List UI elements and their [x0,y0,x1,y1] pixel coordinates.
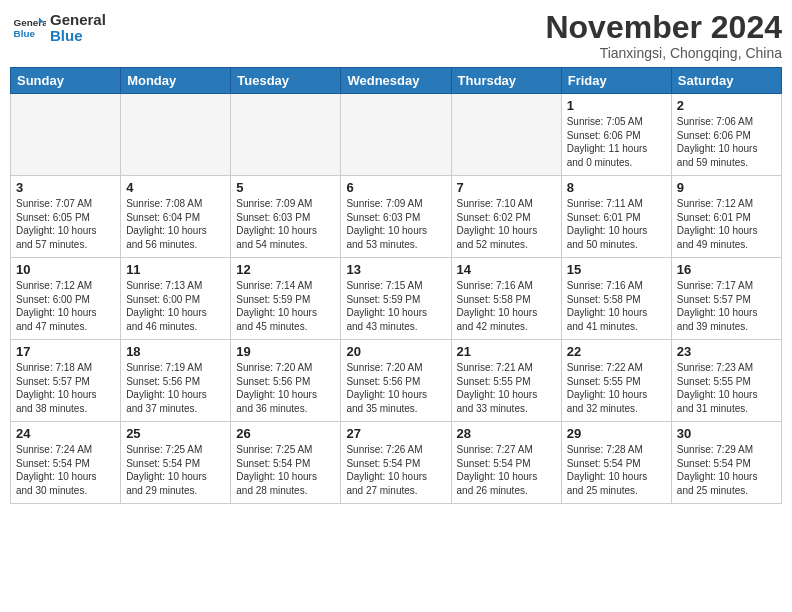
day-cell-23: 23Sunrise: 7:23 AM Sunset: 5:55 PM Dayli… [671,340,781,422]
day-number: 27 [346,426,445,441]
day-number: 29 [567,426,666,441]
day-cell-12: 12Sunrise: 7:14 AM Sunset: 5:59 PM Dayli… [231,258,341,340]
day-cell-2: 2Sunrise: 7:06 AM Sunset: 6:06 PM Daylig… [671,94,781,176]
day-number: 19 [236,344,335,359]
day-number: 1 [567,98,666,113]
day-info: Sunrise: 7:15 AM Sunset: 5:59 PM Dayligh… [346,279,445,333]
day-number: 10 [16,262,115,277]
day-info: Sunrise: 7:17 AM Sunset: 5:57 PM Dayligh… [677,279,776,333]
day-info: Sunrise: 7:14 AM Sunset: 5:59 PM Dayligh… [236,279,335,333]
day-number: 30 [677,426,776,441]
day-number: 25 [126,426,225,441]
logo-general-text: General [50,12,106,29]
day-cell-5: 5Sunrise: 7:09 AM Sunset: 6:03 PM Daylig… [231,176,341,258]
empty-cell [451,94,561,176]
day-info: Sunrise: 7:21 AM Sunset: 5:55 PM Dayligh… [457,361,556,415]
day-info: Sunrise: 7:22 AM Sunset: 5:55 PM Dayligh… [567,361,666,415]
day-cell-19: 19Sunrise: 7:20 AM Sunset: 5:56 PM Dayli… [231,340,341,422]
day-number: 13 [346,262,445,277]
page-header: General Blue General Blue November 2024 … [10,10,782,61]
day-info: Sunrise: 7:24 AM Sunset: 5:54 PM Dayligh… [16,443,115,497]
week-row-2: 3Sunrise: 7:07 AM Sunset: 6:05 PM Daylig… [11,176,782,258]
day-cell-20: 20Sunrise: 7:20 AM Sunset: 5:56 PM Dayli… [341,340,451,422]
day-number: 18 [126,344,225,359]
day-info: Sunrise: 7:25 AM Sunset: 5:54 PM Dayligh… [236,443,335,497]
day-number: 14 [457,262,556,277]
weekday-header-tuesday: Tuesday [231,68,341,94]
day-cell-9: 9Sunrise: 7:12 AM Sunset: 6:01 PM Daylig… [671,176,781,258]
week-row-5: 24Sunrise: 7:24 AM Sunset: 5:54 PM Dayli… [11,422,782,504]
day-info: Sunrise: 7:13 AM Sunset: 6:00 PM Dayligh… [126,279,225,333]
day-cell-25: 25Sunrise: 7:25 AM Sunset: 5:54 PM Dayli… [121,422,231,504]
day-number: 22 [567,344,666,359]
day-cell-14: 14Sunrise: 7:16 AM Sunset: 5:58 PM Dayli… [451,258,561,340]
day-number: 17 [16,344,115,359]
week-row-4: 17Sunrise: 7:18 AM Sunset: 5:57 PM Dayli… [11,340,782,422]
day-info: Sunrise: 7:28 AM Sunset: 5:54 PM Dayligh… [567,443,666,497]
weekday-header-thursday: Thursday [451,68,561,94]
day-info: Sunrise: 7:11 AM Sunset: 6:01 PM Dayligh… [567,197,666,251]
calendar-header: SundayMondayTuesdayWednesdayThursdayFrid… [11,68,782,94]
day-number: 26 [236,426,335,441]
day-cell-13: 13Sunrise: 7:15 AM Sunset: 5:59 PM Dayli… [341,258,451,340]
day-info: Sunrise: 7:06 AM Sunset: 6:06 PM Dayligh… [677,115,776,169]
day-info: Sunrise: 7:19 AM Sunset: 5:56 PM Dayligh… [126,361,225,415]
svg-text:General: General [14,17,46,28]
day-number: 15 [567,262,666,277]
day-info: Sunrise: 7:25 AM Sunset: 5:54 PM Dayligh… [126,443,225,497]
logo-blue-text: Blue [50,28,106,45]
calendar-body: 1Sunrise: 7:05 AM Sunset: 6:06 PM Daylig… [11,94,782,504]
day-info: Sunrise: 7:09 AM Sunset: 6:03 PM Dayligh… [236,197,335,251]
day-info: Sunrise: 7:07 AM Sunset: 6:05 PM Dayligh… [16,197,115,251]
day-number: 9 [677,180,776,195]
day-cell-22: 22Sunrise: 7:22 AM Sunset: 5:55 PM Dayli… [561,340,671,422]
empty-cell [11,94,121,176]
day-info: Sunrise: 7:23 AM Sunset: 5:55 PM Dayligh… [677,361,776,415]
day-number: 7 [457,180,556,195]
day-cell-7: 7Sunrise: 7:10 AM Sunset: 6:02 PM Daylig… [451,176,561,258]
day-cell-6: 6Sunrise: 7:09 AM Sunset: 6:03 PM Daylig… [341,176,451,258]
day-cell-17: 17Sunrise: 7:18 AM Sunset: 5:57 PM Dayli… [11,340,121,422]
day-number: 3 [16,180,115,195]
weekday-header-sunday: Sunday [11,68,121,94]
weekday-header-friday: Friday [561,68,671,94]
day-number: 20 [346,344,445,359]
day-number: 28 [457,426,556,441]
day-cell-3: 3Sunrise: 7:07 AM Sunset: 6:05 PM Daylig… [11,176,121,258]
day-cell-24: 24Sunrise: 7:24 AM Sunset: 5:54 PM Dayli… [11,422,121,504]
weekday-header-wednesday: Wednesday [341,68,451,94]
day-info: Sunrise: 7:16 AM Sunset: 5:58 PM Dayligh… [457,279,556,333]
calendar-table: SundayMondayTuesdayWednesdayThursdayFrid… [10,67,782,504]
day-info: Sunrise: 7:20 AM Sunset: 5:56 PM Dayligh… [236,361,335,415]
location-subtitle: Tianxingsi, Chongqing, China [545,45,782,61]
weekday-header-row: SundayMondayTuesdayWednesdayThursdayFrid… [11,68,782,94]
day-info: Sunrise: 7:05 AM Sunset: 6:06 PM Dayligh… [567,115,666,169]
day-cell-15: 15Sunrise: 7:16 AM Sunset: 5:58 PM Dayli… [561,258,671,340]
day-number: 12 [236,262,335,277]
day-cell-4: 4Sunrise: 7:08 AM Sunset: 6:04 PM Daylig… [121,176,231,258]
day-number: 21 [457,344,556,359]
day-cell-28: 28Sunrise: 7:27 AM Sunset: 5:54 PM Dayli… [451,422,561,504]
day-number: 4 [126,180,225,195]
day-cell-1: 1Sunrise: 7:05 AM Sunset: 6:06 PM Daylig… [561,94,671,176]
day-info: Sunrise: 7:08 AM Sunset: 6:04 PM Dayligh… [126,197,225,251]
day-number: 2 [677,98,776,113]
weekday-header-monday: Monday [121,68,231,94]
day-info: Sunrise: 7:20 AM Sunset: 5:56 PM Dayligh… [346,361,445,415]
month-title: November 2024 [545,10,782,45]
day-number: 5 [236,180,335,195]
empty-cell [121,94,231,176]
day-cell-16: 16Sunrise: 7:17 AM Sunset: 5:57 PM Dayli… [671,258,781,340]
day-number: 23 [677,344,776,359]
day-cell-26: 26Sunrise: 7:25 AM Sunset: 5:54 PM Dayli… [231,422,341,504]
title-block: November 2024 Tianxingsi, Chongqing, Chi… [545,10,782,61]
week-row-3: 10Sunrise: 7:12 AM Sunset: 6:00 PM Dayli… [11,258,782,340]
day-number: 16 [677,262,776,277]
empty-cell [231,94,341,176]
day-cell-11: 11Sunrise: 7:13 AM Sunset: 6:00 PM Dayli… [121,258,231,340]
day-info: Sunrise: 7:29 AM Sunset: 5:54 PM Dayligh… [677,443,776,497]
week-row-1: 1Sunrise: 7:05 AM Sunset: 6:06 PM Daylig… [11,94,782,176]
day-number: 8 [567,180,666,195]
day-number: 11 [126,262,225,277]
day-number: 24 [16,426,115,441]
